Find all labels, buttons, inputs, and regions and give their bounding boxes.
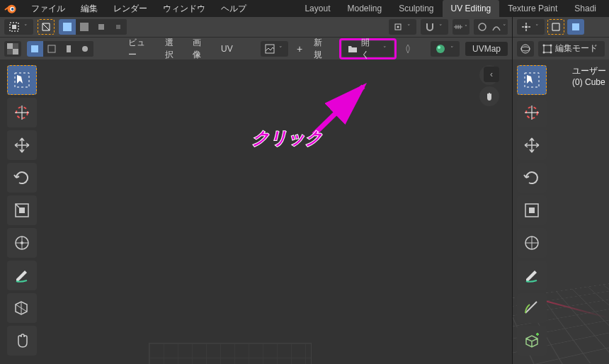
editor-type-3d[interactable] [517,41,534,57]
svg-rect-41 [529,207,535,213]
falloff-dropdown[interactable]: ˅ [491,19,508,35]
chevron-down-icon: ˅ [534,23,540,30]
uv-sync-toggle[interactable] [38,19,55,35]
move-icon [13,136,31,154]
menu-render[interactable]: レンダー [106,0,154,18]
workspace-tabs: Layout Modeling Sculpting UV Editing Tex… [296,0,605,17]
new-image-button[interactable]: 新規 [311,34,334,64]
scale-icon [523,201,541,220]
tab-modeling[interactable]: Modeling [338,0,390,17]
tool-transform[interactable] [7,228,37,258]
pin-icon[interactable] [402,43,414,55]
menu-help[interactable]: ヘルプ [214,0,254,18]
uv-editor-panel: ˅ ˅ ˅ ˅ [0,17,512,364]
tab-texture-paint[interactable]: Texture Paint [499,0,566,17]
transform-icon [523,234,541,252]
chevron-down-icon: ˅ [278,45,284,52]
menu-window[interactable]: ウィンドウ [156,0,212,18]
material-sphere-icon [435,43,446,55]
editor-type-dropdown[interactable]: ˅ [4,19,33,35]
menu-file[interactable]: ファイル [24,0,72,18]
open-image-button[interactable]: 開く ˅ [342,41,394,57]
menu-view[interactable]: ビュー [125,34,156,64]
tool-scale[interactable] [7,195,37,225]
tool-measure-3d[interactable] [517,293,547,323]
pan-button[interactable] [479,86,499,106]
menu-image[interactable]: 画像 [190,34,212,64]
select-mode-face[interactable] [93,19,110,35]
display-mode-4[interactable] [76,41,93,57]
display-mode-2[interactable] [43,41,60,57]
proportional-toggle[interactable] [474,19,491,35]
menu-edit[interactable]: 編集 [74,0,105,18]
cursor-select-icon [13,71,31,89]
snap-toggle-3d[interactable] [547,19,564,35]
tab-sculpting[interactable]: Sculpting [390,0,442,17]
svg-rect-33 [544,45,551,52]
annotation-label: クリック [252,127,323,149]
chevron-down-icon: ˅ [382,45,388,52]
tool-annotate[interactable] [7,261,37,290]
tab-shading[interactable]: Shadi [566,0,605,17]
snap-dropdown[interactable]: ˅ [421,19,448,35]
chevron-down-icon: ˅ [463,24,469,30]
select-mode-edge[interactable] [76,19,93,35]
svg-rect-6 [80,23,89,31]
hand-icon [13,331,31,350]
tool-cursor[interactable] [7,98,37,127]
uv-editor-icon [8,21,20,33]
viewport-3d[interactable]: ユーザー (0) Cube [513,59,609,364]
ruler-icon [523,299,541,317]
tool-rip[interactable] [7,293,37,323]
select-mode-3d[interactable] [567,19,584,35]
move-icon [523,136,541,154]
uvmap-selector[interactable]: UVMap [465,42,508,56]
svg-point-18 [82,46,88,52]
svg-point-36 [543,51,545,53]
tool-move[interactable] [7,130,37,160]
svg-rect-15 [31,45,38,52]
display-mode-3[interactable] [60,41,77,57]
tool-add-cube-3d[interactable] [517,326,547,356]
collapse-button[interactable]: ‹ [484,67,499,82]
edit-mode-icon [542,44,552,54]
select-mode-extra[interactable] [110,19,127,35]
svg-point-11 [479,23,486,30]
select-mode-vertex[interactable] [59,19,76,35]
uv-grid [149,343,312,364]
info-perspective: ユーザー [572,65,606,77]
tool-cursor-3d[interactable] [517,98,547,127]
mode-dropdown[interactable]: 編集モード [538,41,605,57]
tool-move-3d[interactable] [517,130,547,160]
tool-select-box-3d[interactable] [517,65,547,95]
magnet-icon [425,22,435,32]
uv-mode-icon[interactable] [4,41,21,57]
snap-increment[interactable]: ˅ [453,19,469,35]
pivot-dropdown[interactable]: ˅ [517,19,545,35]
menu-uv[interactable]: UV [218,41,236,57]
cursor-select-icon [523,71,541,89]
tool-select-box[interactable] [7,65,37,95]
tool-rotate-3d[interactable] [517,163,547,193]
tab-uv-editing[interactable]: UV Editing [443,0,500,17]
svg-rect-13 [7,43,13,49]
viewport-header-row1: ˅ [513,17,609,37]
display-mode-group [27,41,93,57]
tool-grab[interactable] [7,326,37,356]
image-selector-dropdown[interactable]: ˅ [261,41,288,57]
svg-rect-14 [13,49,18,55]
svg-point-29 [525,25,528,28]
display-mode-1[interactable] [27,41,44,57]
menu-select[interactable]: 選択 [162,34,185,64]
svg-point-34 [543,44,545,46]
tool-annotate-3d[interactable] [517,261,547,290]
shading-dropdown[interactable]: ˅ [431,41,460,57]
cursor-3d-icon [523,103,541,122]
sticky-select-dropdown[interactable]: ˅ [389,19,416,35]
pencil-icon [523,266,541,285]
tab-layout[interactable]: Layout [296,0,338,17]
new-image-plus-icon[interactable]: + [294,43,305,55]
tool-scale-3d[interactable] [517,195,547,225]
tool-transform-3d[interactable] [517,228,547,258]
tool-rotate[interactable] [7,163,37,193]
